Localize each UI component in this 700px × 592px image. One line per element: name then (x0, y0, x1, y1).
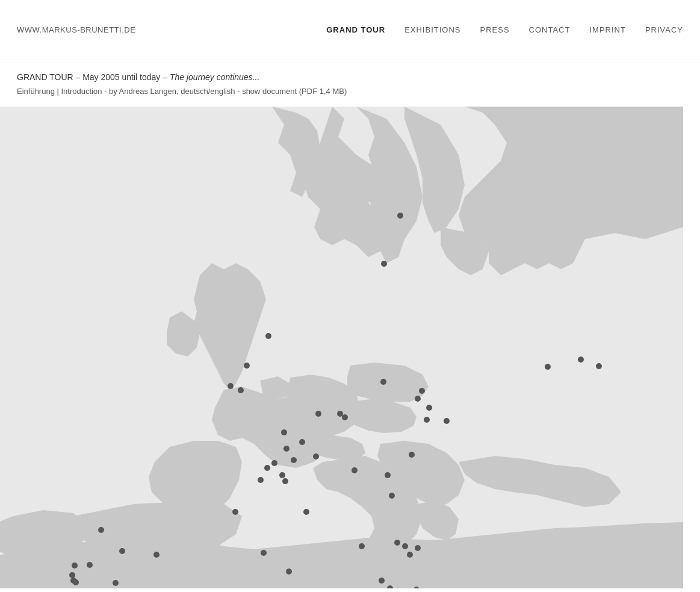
svg-point-30 (232, 509, 238, 515)
svg-point-38 (69, 572, 75, 578)
svg-point-36 (87, 562, 93, 568)
svg-point-5 (244, 363, 250, 369)
svg-point-44 (261, 550, 267, 556)
svg-point-62 (596, 363, 602, 369)
svg-point-33 (98, 527, 104, 533)
svg-point-28 (385, 472, 391, 478)
svg-point-60 (545, 364, 551, 370)
nav-item-press[interactable]: PRESS (480, 25, 509, 34)
svg-point-21 (313, 453, 319, 460)
svg-point-34 (119, 548, 125, 554)
svg-point-27 (352, 467, 358, 473)
page-headline: GRAND TOUR – May 2005 until today – The … (17, 72, 683, 82)
svg-point-29 (409, 452, 415, 458)
svg-point-26 (282, 478, 288, 484)
svg-point-4 (265, 333, 271, 339)
svg-point-53 (379, 578, 385, 584)
headline-text: GRAND TOUR – May 2005 until today – (17, 72, 170, 82)
pdf-link[interactable]: show document (PDF 1,4 MB) (242, 87, 347, 96)
svg-point-25 (279, 472, 285, 478)
nav-item-imprint[interactable]: IMPRINT (589, 25, 625, 34)
svg-point-48 (402, 543, 408, 549)
svg-point-32 (389, 493, 395, 499)
svg-point-31 (303, 509, 309, 515)
svg-point-23 (264, 465, 270, 471)
svg-point-22 (271, 460, 277, 466)
svg-point-42 (113, 580, 119, 586)
svg-point-16 (342, 414, 348, 420)
site-header: WWW.MARKUS-BRUNETTI.DE GRAND TOUREXHIBIT… (0, 0, 700, 60)
map-container (0, 107, 683, 588)
svg-point-61 (578, 357, 584, 363)
svg-point-15 (337, 411, 343, 417)
svg-point-12 (424, 417, 430, 423)
svg-point-2 (397, 213, 403, 219)
svg-point-46 (359, 543, 365, 549)
svg-point-14 (315, 411, 321, 417)
svg-point-8 (380, 379, 386, 385)
main-nav: GRAND TOUREXHIBITIONSPRESSCONTACTIMPRINT… (326, 25, 683, 34)
svg-point-6 (228, 383, 234, 389)
intro-text: Einführung | Introduction - by Andreas L… (17, 87, 242, 96)
svg-point-13 (444, 418, 450, 424)
svg-point-49 (407, 552, 413, 558)
svg-point-17 (281, 429, 287, 435)
nav-item-exhibitions[interactable]: EXHIBITIONS (404, 25, 460, 34)
site-logo[interactable]: WWW.MARKUS-BRUNETTI.DE (17, 25, 135, 34)
svg-point-47 (394, 540, 400, 546)
nav-item-grand-tour[interactable]: GRAND TOUR (326, 25, 385, 34)
nav-item-contact[interactable]: CONTACT (529, 25, 571, 34)
svg-point-20 (291, 457, 297, 463)
svg-point-11 (426, 405, 432, 411)
headline-italic: The journey continues... (170, 72, 259, 82)
svg-point-40 (73, 579, 79, 585)
svg-point-18 (299, 439, 305, 445)
nav-item-privacy[interactable]: PRIVACY (645, 25, 683, 34)
page-content: GRAND TOUR – May 2005 until today – The … (0, 60, 700, 96)
svg-point-50 (415, 545, 421, 551)
svg-point-19 (283, 446, 290, 452)
svg-point-35 (153, 552, 160, 558)
intro-line: Einführung | Introduction - by Andreas L… (17, 87, 683, 96)
svg-point-45 (286, 569, 292, 575)
svg-point-37 (72, 562, 78, 569)
svg-point-3 (381, 261, 387, 267)
svg-point-10 (415, 396, 421, 402)
svg-point-24 (258, 477, 264, 483)
map-svg (0, 107, 683, 588)
svg-point-9 (419, 388, 425, 394)
svg-point-7 (238, 387, 244, 393)
